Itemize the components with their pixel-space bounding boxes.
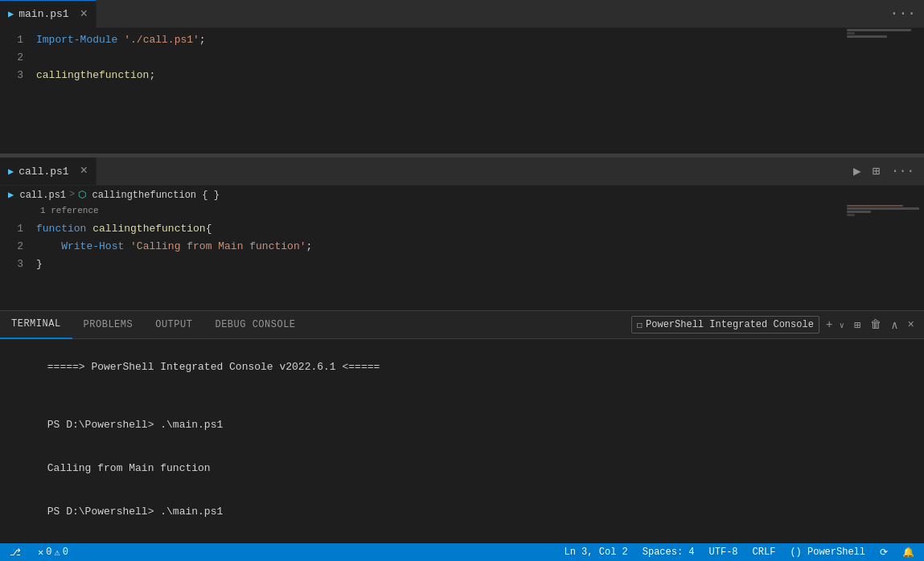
lower-code-line-1: 1 function callingthefunction{ bbox=[0, 220, 924, 238]
line-content-2[interactable] bbox=[36, 49, 916, 67]
lower-line-number-3: 3 bbox=[0, 256, 36, 273]
upper-editor-pane: 1 Import-Module './call.ps1'; 2 3 callin… bbox=[0, 28, 924, 154]
lower-line-content-1[interactable]: function callingthefunction{ bbox=[36, 220, 916, 238]
breadcrumb-module-icon: ⬡ bbox=[78, 190, 86, 201]
lower-tab-bar: ▶ call.ps1 × ▶ ⊞ ··· bbox=[0, 158, 924, 186]
term-line-header: =====> PowerShell Integrated Console v20… bbox=[10, 346, 914, 389]
lower-code-line-3: 3 } bbox=[0, 256, 924, 273]
term-line-blank-1 bbox=[10, 389, 914, 403]
terminal-split-button[interactable]: ⊞ bbox=[851, 317, 864, 334]
status-sync-button[interactable]: ⟳ bbox=[877, 543, 891, 561]
line-number-1: 1 bbox=[0, 31, 36, 49]
tab-debug-console[interactable]: DEBUG CONSOLE bbox=[203, 311, 306, 339]
warning-icon: ⚠ bbox=[54, 547, 60, 559]
editor-header-actions: ▶ ⊞ ··· bbox=[850, 162, 924, 181]
term-line-prompt-2: PS D:\Powershell> .\main.ps1 bbox=[10, 490, 914, 534]
lower-minimap bbox=[844, 204, 924, 311]
term-line-prompt-1: PS D:\Powershell> .\main.ps1 bbox=[10, 403, 914, 447]
terminal-close-button[interactable]: × bbox=[905, 317, 918, 333]
code-line-1: 1 Import-Module './call.ps1'; bbox=[0, 31, 924, 49]
sync-icon: ⟳ bbox=[880, 547, 888, 559]
breadcrumb-file[interactable]: ▶ call.ps1 bbox=[8, 189, 66, 201]
terminal-area: TERMINAL PROBLEMS OUTPUT DEBUG CONSOLE ☐… bbox=[0, 310, 924, 543]
lower-line-number-2: 2 bbox=[0, 238, 36, 256]
code-line-2: 2 bbox=[0, 49, 924, 67]
code-reference: 1 reference bbox=[0, 204, 924, 217]
terminal-tab-bar: TERMINAL PROBLEMS OUTPUT DEBUG CONSOLE ☐… bbox=[0, 311, 924, 339]
lower-editor-area: ▶ call.ps1 × ▶ ⊞ ··· ▶ call.ps1 > ⬡ call… bbox=[0, 158, 924, 311]
tab-call-close-button[interactable]: × bbox=[80, 165, 88, 178]
tab-filename: main.ps1 bbox=[18, 8, 68, 20]
status-encoding[interactable]: UTF-8 bbox=[706, 543, 741, 561]
tab-more-button[interactable]: ··· bbox=[882, 6, 924, 22]
status-line-ending[interactable]: CRLF bbox=[749, 543, 779, 561]
split-editor-button[interactable]: ⊞ bbox=[869, 162, 884, 181]
status-left: ⎇ ✕ 0 ⚠ 0 bbox=[6, 543, 72, 561]
code-line-3: 3 callingthefunction; bbox=[0, 67, 924, 84]
line-content-1[interactable]: Import-Module './call.ps1'; bbox=[36, 31, 916, 49]
shell-checkbox-icon: ☐ bbox=[637, 319, 643, 331]
run-button[interactable]: ▶ bbox=[850, 162, 864, 181]
breadcrumb-function[interactable]: ⬡ callingthefunction { } bbox=[78, 189, 220, 201]
breadcrumb-sep: > bbox=[69, 189, 75, 200]
tab-call-ps1[interactable]: ▶ call.ps1 × bbox=[0, 158, 97, 186]
lower-editor-pane: 1 reference 1 function callingthefunctio… bbox=[0, 204, 924, 311]
status-errors[interactable]: ✕ 0 ⚠ 0 bbox=[35, 543, 72, 561]
terminal-trash-button[interactable]: 🗑 bbox=[867, 317, 885, 333]
term-line-error-1: callingthefunction : The term 'callingth… bbox=[10, 534, 914, 543]
upper-minimap bbox=[844, 28, 924, 154]
lower-line-content-2[interactable]: Write-Host 'Calling from Main function'; bbox=[36, 238, 916, 256]
tab-output[interactable]: OUTPUT bbox=[144, 311, 203, 339]
shell-label[interactable]: ☐ PowerShell Integrated Console bbox=[631, 316, 819, 334]
lower-code-line-2: 2 Write-Host 'Calling from Main function… bbox=[0, 238, 924, 256]
tab-terminal[interactable]: TERMINAL bbox=[0, 311, 72, 339]
git-icon: ⎇ bbox=[10, 547, 21, 559]
terminal-content[interactable]: =====> PowerShell Integrated Console v20… bbox=[0, 339, 924, 543]
lower-code-content: 1 function callingthefunction{ 2 Write-H… bbox=[0, 217, 924, 311]
status-git-branch[interactable]: ⎇ bbox=[6, 543, 27, 561]
status-bar: ⎇ ✕ 0 ⚠ 0 Ln 3, Col 2 Spaces: 4 UTF-8 CR… bbox=[0, 543, 924, 561]
lower-line-content-3[interactable]: } bbox=[36, 256, 916, 273]
line-content-3[interactable]: callingthefunction; bbox=[36, 67, 916, 84]
line-number-3: 3 bbox=[0, 67, 36, 84]
breadcrumb-ps-icon: ▶ bbox=[8, 190, 14, 201]
lower-line-number-1: 1 bbox=[0, 220, 36, 238]
line-number-2: 2 bbox=[0, 49, 36, 67]
editor-more-button[interactable]: ··· bbox=[888, 162, 918, 180]
status-language[interactable]: () PowerShell bbox=[786, 543, 869, 561]
ps-icon: ▶ bbox=[8, 8, 14, 20]
status-spaces[interactable]: Spaces: 4 bbox=[639, 543, 698, 561]
error-icon: ✕ bbox=[38, 547, 43, 559]
tab-problems[interactable]: PROBLEMS bbox=[72, 311, 145, 339]
upper-code-content: 1 Import-Module './call.ps1'; 2 3 callin… bbox=[0, 28, 924, 154]
tab-close-button[interactable]: × bbox=[80, 8, 88, 21]
term-line-output-1: Calling from Main function bbox=[10, 447, 914, 490]
terminal-actions: ☐ PowerShell Integrated Console + ∨ ⊞ 🗑 … bbox=[631, 316, 924, 334]
status-ln-col[interactable]: Ln 3, Col 2 bbox=[561, 543, 631, 561]
breadcrumb: ▶ call.ps1 > ⬡ callingthefunction { } bbox=[0, 186, 924, 204]
ps-icon-2: ▶ bbox=[8, 166, 14, 178]
tab-main-ps1[interactable]: ▶ main.ps1 × bbox=[0, 0, 97, 28]
tab-call-filename: call.ps1 bbox=[18, 166, 68, 178]
status-right: Ln 3, Col 2 Spaces: 4 UTF-8 CRLF () Powe… bbox=[561, 543, 918, 561]
bell-icon: 🔔 bbox=[902, 547, 914, 559]
status-bell-button[interactable]: 🔔 bbox=[899, 543, 918, 561]
upper-tab-bar: ▶ main.ps1 × ··· bbox=[0, 0, 924, 28]
terminal-plus-button[interactable]: + ∨ bbox=[823, 317, 848, 333]
terminal-chevron-up-button[interactable]: ∧ bbox=[888, 317, 901, 334]
